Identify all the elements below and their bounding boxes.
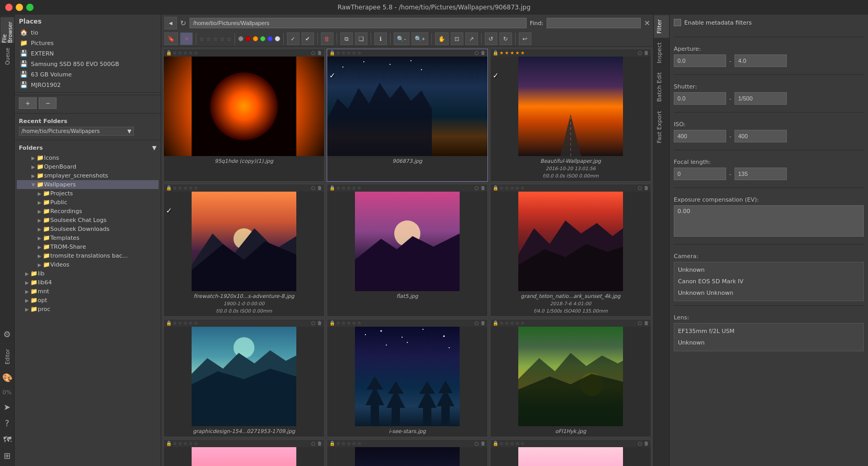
card-star-7-2[interactable]: ☆ xyxy=(178,320,182,326)
find-input[interactable] xyxy=(547,18,641,28)
close-window-button[interactable] xyxy=(5,4,13,11)
card-star-11-3[interactable]: ☆ xyxy=(347,441,351,446)
card-star-4-2[interactable]: ☆ xyxy=(178,185,182,191)
delete-proc-button[interactable]: ✕ xyxy=(180,32,193,45)
card-trash-icon-7[interactable]: 🗑 xyxy=(317,320,322,326)
card-trash-icon-11[interactable]: 🗑 xyxy=(481,441,485,446)
card-star-6-2[interactable]: ☆ xyxy=(505,185,509,191)
folder-opt[interactable]: ▶ 📁 opt xyxy=(17,296,159,305)
card-star-10-4[interactable]: ☆ xyxy=(188,441,193,446)
nav-queue[interactable]: Queue xyxy=(1,43,14,69)
folder-soulseek-dl[interactable]: ▶ 📁 Soulseek Downloads xyxy=(17,225,159,234)
card-star-2-1[interactable]: ☆ xyxy=(336,50,340,56)
card-star-8-4[interactable]: ☆ xyxy=(352,320,356,326)
star-2[interactable]: ☆ xyxy=(206,36,211,42)
card-star-4-4[interactable]: ☆ xyxy=(188,185,193,191)
card-star-12-5[interactable]: ☆ xyxy=(520,441,525,446)
card-star-1-1[interactable]: ☆ xyxy=(173,50,177,56)
card-star-10-1[interactable]: ☆ xyxy=(173,441,177,446)
card-star-7-3[interactable]: ☆ xyxy=(183,320,187,326)
place-samsung[interactable]: 💾 Samsung SSD 850 EVO 500GB xyxy=(17,59,159,69)
bookmark-button[interactable]: 🔖 xyxy=(164,32,178,45)
image-card-5[interactable]: 🔒 ☆ ☆ ☆ ☆ ☆ ○ 🗑 xyxy=(327,184,488,317)
focal-min-input[interactable] xyxy=(674,168,726,180)
camera-item-unknown-unknown[interactable]: Unknown Unknown xyxy=(676,287,861,299)
card-star-8-5[interactable]: ☆ xyxy=(357,320,361,326)
card-star-9-5[interactable]: ☆ xyxy=(520,320,525,326)
nav-file-browser[interactable]: File Browser xyxy=(1,17,14,43)
camera-item-unknown[interactable]: Unknown xyxy=(676,264,861,276)
card-star-11-1[interactable]: ☆ xyxy=(336,441,340,446)
rot-cw-button[interactable]: ↻ xyxy=(499,32,512,45)
card-star-12-2[interactable]: ☆ xyxy=(505,441,509,446)
card-trash-icon-12[interactable]: 🗑 xyxy=(644,441,649,446)
card-star-6-4[interactable]: ☆ xyxy=(515,185,519,191)
image-card-10[interactable]: 🔒 ☆ ☆ ☆ ☆ ☆ ○ 🗑 xyxy=(163,439,325,466)
image-card-1[interactable]: 🔒 ☆ ☆ ☆ ☆ ☆ ○ 🗑 xyxy=(163,49,325,182)
card-star-4-1[interactable]: ☆ xyxy=(173,185,177,191)
card-star-2-2[interactable]: ☆ xyxy=(341,50,346,56)
copy-button[interactable]: ⧉ xyxy=(340,32,353,45)
minimize-window-button[interactable] xyxy=(16,4,23,11)
nav-settings-icon[interactable]: ⚙ xyxy=(1,325,13,343)
card-trash-icon-10[interactable]: 🗑 xyxy=(317,441,322,446)
shutter-min-input[interactable] xyxy=(674,92,726,105)
card-star-7-4[interactable]: ☆ xyxy=(188,320,193,326)
place-extern[interactable]: 💾 EXTERN xyxy=(17,48,159,59)
focal-max-input[interactable] xyxy=(735,168,787,180)
color-dot-green[interactable] xyxy=(260,36,265,41)
tab-filter[interactable]: Filter xyxy=(654,15,669,38)
add-place-button[interactable]: + xyxy=(19,97,37,109)
shutter-max-input[interactable] xyxy=(735,92,787,105)
enable-metadata-checkbox[interactable] xyxy=(674,19,681,26)
recent-folders-dropdown[interactable]: /home/tio/Pictures/Wallpapers ▼ xyxy=(19,127,134,136)
tab-batch-edit[interactable]: Batch Edit xyxy=(654,68,669,106)
info-button[interactable]: ℹ xyxy=(374,32,387,45)
remove-place-button[interactable]: − xyxy=(39,97,57,109)
place-pictures[interactable]: 📁 Pictures xyxy=(17,38,159,48)
card-trash-icon-2[interactable]: 🗑 xyxy=(481,50,485,56)
image-card-8[interactable]: 🔒 ☆ ☆ ☆ ☆ ☆ ○ 🗑 xyxy=(327,319,488,437)
star-3[interactable]: ☆ xyxy=(213,36,218,42)
iso-min-input[interactable] xyxy=(674,130,726,142)
card-star-10-2[interactable]: ☆ xyxy=(178,441,182,446)
color-dot-gray[interactable] xyxy=(238,36,243,41)
card-star-3-2[interactable]: ★ xyxy=(505,50,509,56)
card-star-12-3[interactable]: ☆ xyxy=(510,441,514,446)
card-star-9-3[interactable]: ☆ xyxy=(510,320,514,326)
maximize-window-button[interactable] xyxy=(26,4,34,11)
card-star-5-1[interactable]: ☆ xyxy=(336,185,340,191)
image-card-3[interactable]: 🔒 ★ ★ ★ ★ ★ ○ 🗑 ✓ xyxy=(490,49,651,182)
aperture-min-input[interactable] xyxy=(674,54,726,67)
card-star-9-1[interactable]: ☆ xyxy=(499,320,504,326)
place-mjro[interactable]: 💾 MJRO1902 xyxy=(17,80,159,90)
straighten-button[interactable]: ↗ xyxy=(465,32,478,45)
rot-ccw-button[interactable]: ↺ xyxy=(485,32,497,45)
card-star-4-5[interactable]: ☆ xyxy=(194,185,198,191)
folder-openboard[interactable]: ▶ 📁 OpenBoard xyxy=(17,162,159,171)
card-star-7-1[interactable]: ☆ xyxy=(173,320,177,326)
card-star-11-2[interactable]: ☆ xyxy=(341,441,346,446)
camera-item-canon[interactable]: Canon EOS 5D Mark IV xyxy=(676,276,861,287)
refresh-icon[interactable]: ↻ xyxy=(180,19,186,27)
nav-map-icon[interactable]: 🗺 xyxy=(1,431,14,448)
card-star-9-4[interactable]: ☆ xyxy=(515,320,519,326)
folder-lib[interactable]: ▶ 📁 lib xyxy=(17,269,159,278)
image-card-12[interactable]: 🔒 ☆ ☆ ☆ ☆ ☆ ○ 🗑 xyxy=(490,439,651,466)
card-star-2-4[interactable]: ☆ xyxy=(352,50,356,56)
card-star-5-2[interactable]: ☆ xyxy=(341,185,346,191)
card-star-8-3[interactable]: ☆ xyxy=(347,320,351,326)
card-star-3-5[interactable]: ★ xyxy=(520,50,525,56)
folder-proc[interactable]: ▶ 📁 proc xyxy=(17,305,159,314)
folder-projects[interactable]: ▶ 📁 Projects xyxy=(17,189,159,198)
folder-public[interactable]: ▶ 📁 Public xyxy=(17,198,159,207)
tab-inspect[interactable]: Inspect xyxy=(654,38,669,68)
check-all-button[interactable]: ✓ xyxy=(287,32,299,45)
nav-arrow-icon[interactable]: ➤ xyxy=(2,399,13,415)
image-card-2[interactable]: 🔒 ☆ ☆ ☆ ☆ ☆ ○ 🗑 ✓ xyxy=(327,49,488,182)
image-card-11[interactable]: 🔒 ☆ ☆ ☆ ☆ ☆ ○ 🗑 xyxy=(327,439,488,466)
card-star-1-2[interactable]: ☆ xyxy=(178,50,182,56)
reset-button[interactable]: ↩ xyxy=(519,32,531,45)
nav-grid-icon[interactable]: ⊞ xyxy=(2,448,13,464)
card-star-1-5[interactable]: ☆ xyxy=(194,50,198,56)
